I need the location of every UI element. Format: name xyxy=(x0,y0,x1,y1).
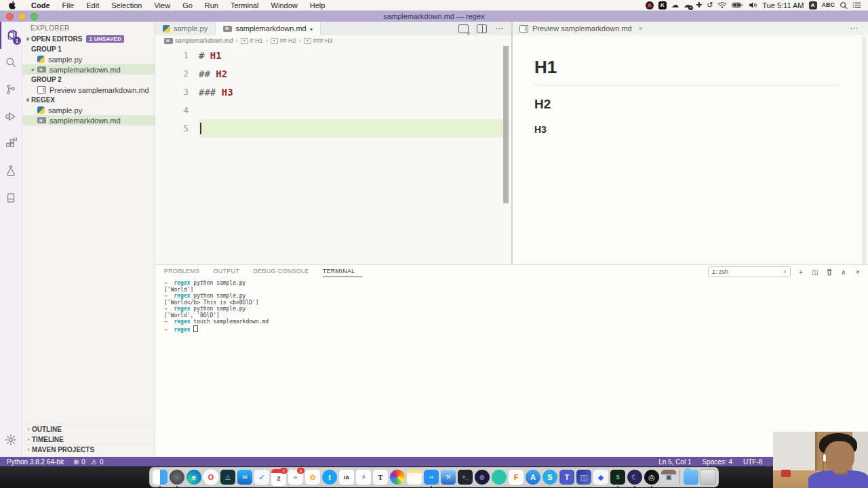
activity-extensions-button[interactable] xyxy=(0,130,22,157)
spotlight-search-icon[interactable] xyxy=(840,1,848,9)
sidebar-section-outline[interactable]: ›OUTLINE xyxy=(22,424,155,434)
obs-app-icon[interactable]: ◎ xyxy=(644,469,660,485)
breadcrumb-item[interactable]: ## H1 xyxy=(241,37,263,44)
cloud-error-icon[interactable]: ☁× xyxy=(684,1,691,9)
input-abc-label[interactable]: ABC xyxy=(822,1,835,9)
origami-app-icon[interactable]: ◆ xyxy=(593,469,609,485)
open-editor-item[interactable]: sample.py xyxy=(22,54,155,64)
tealapp-app-icon[interactable] xyxy=(491,469,507,485)
teams-app-icon[interactable]: T xyxy=(559,469,575,485)
butterfly-app-icon[interactable]: ✿ xyxy=(304,469,321,485)
activity-run-debug-button[interactable] xyxy=(0,103,22,130)
maximize-panel-icon[interactable]: ∧ xyxy=(840,268,848,276)
activity-search-button[interactable] xyxy=(0,49,22,76)
activity-test-button[interactable] xyxy=(0,157,22,184)
close-icon[interactable]: × xyxy=(639,25,643,33)
code-line[interactable]: 2## H2 xyxy=(155,64,512,83)
terminal-app-icon[interactable]: >_ xyxy=(457,469,473,485)
battery-icon[interactable] xyxy=(732,1,744,9)
breadcrumb-item[interactable]: M↓samplemarkdown.md xyxy=(164,37,233,44)
workspace-file-item[interactable]: sample.py xyxy=(22,105,155,115)
terminal-shell-select[interactable]: 1: zsh ∨ xyxy=(708,266,791,277)
code-line[interactable]: 5 xyxy=(155,119,512,138)
tab-preview-samplemarkdown[interactable]: Preview samplemarkdown.md × xyxy=(513,24,643,33)
panel-tab-problems[interactable]: PROBLEMS xyxy=(164,266,206,277)
appstore-app-icon[interactable]: A xyxy=(525,469,541,485)
menu-item-run[interactable]: Run xyxy=(199,1,224,9)
trash-app-icon[interactable] xyxy=(700,469,716,485)
notification-list-icon[interactable] xyxy=(852,1,861,9)
volume-icon[interactable] xyxy=(749,1,757,9)
minimize-window-button[interactable] xyxy=(18,13,26,20)
downloads-app-icon[interactable] xyxy=(683,469,699,485)
launchpad-app-icon[interactable] xyxy=(169,469,185,485)
more-actions-icon[interactable]: ⋯ xyxy=(495,24,504,33)
sidebar-section-timeline[interactable]: ›TIMELINE xyxy=(22,434,155,444)
new-terminal-icon[interactable]: + xyxy=(797,268,805,276)
editor-scrollbar[interactable] xyxy=(503,46,509,203)
menu-item-view[interactable]: View xyxy=(148,1,176,9)
finder-app-icon[interactable] xyxy=(152,469,168,485)
apple-menu-icon[interactable] xyxy=(8,1,16,9)
screen-recording-icon[interactable] xyxy=(646,1,654,9)
xcode-app-icon[interactable]: ⚒ xyxy=(440,469,456,485)
forklift-app-icon[interactable]: F xyxy=(508,469,524,485)
cursor-position-status[interactable]: Ln 5, Col 1 xyxy=(658,458,691,466)
terminal-output[interactable]: → regex python sample.py['World']→ regex… xyxy=(164,280,269,333)
menu-item-selection[interactable]: Selection xyxy=(105,1,148,9)
tab-sample-py[interactable]: sample.py xyxy=(155,22,216,35)
menu-item-file[interactable]: File xyxy=(56,1,81,9)
dirty-dot-icon[interactable]: ● xyxy=(310,26,313,31)
python-interpreter-status[interactable]: Python 3.8.2 64-bit xyxy=(7,458,64,466)
skype-app-icon[interactable]: S xyxy=(542,469,558,485)
tab-samplemarkdown-md[interactable]: M↓ samplemarkdown.md ● xyxy=(216,22,321,35)
code-editor[interactable]: 1# H12## H23### H345 xyxy=(155,46,512,264)
vscode-app-icon[interactable]: ‹› xyxy=(423,469,439,485)
code-line[interactable]: 3### H3 xyxy=(155,83,512,101)
insomnia-app-icon[interactable]: ⚙ xyxy=(474,469,490,485)
kill-terminal-icon[interactable] xyxy=(825,268,833,276)
iterm-app-icon[interactable]: $ xyxy=(610,469,626,485)
menu-item-code[interactable]: Code xyxy=(25,1,56,9)
panel-tab-debug-console[interactable]: DEBUG CONSOLE xyxy=(253,266,315,277)
todo-app-icon[interactable]: ✓ xyxy=(254,469,270,485)
opera-app-icon[interactable]: O xyxy=(203,469,219,485)
science-app-icon[interactable]: △ xyxy=(220,469,236,485)
code-line[interactable]: 4 xyxy=(155,101,512,119)
panel-tab-terminal[interactable]: TERMINAL xyxy=(323,265,362,277)
indentation-status[interactable]: Spaces: 4 xyxy=(703,458,732,466)
split-editor-icon[interactable] xyxy=(477,24,487,33)
cloud-sync-icon[interactable]: ☁ xyxy=(671,1,679,9)
close-panel-icon[interactable]: × xyxy=(854,268,862,276)
activity-explorer-button[interactable]: 1 xyxy=(0,22,23,49)
close-window-button[interactable] xyxy=(6,13,14,20)
breadcrumb-item[interactable]: ### H2 xyxy=(271,37,296,44)
keyboard-maestro-icon[interactable]: K xyxy=(658,1,667,9)
sidebar-section-maven-projects[interactable]: ›MAVEN PROJECTS xyxy=(22,444,155,454)
twitter-app-icon[interactable]: t xyxy=(321,469,338,485)
wifi-icon[interactable] xyxy=(717,1,727,9)
iawriter-app-icon[interactable]: iA xyxy=(338,469,355,485)
code-line[interactable]: 1# H1 xyxy=(155,46,512,64)
open-editor-item[interactable]: ●M↓samplemarkdown.md xyxy=(22,64,155,75)
window-title-bar[interactable]: samplemarkdown.md — regex xyxy=(0,10,868,22)
menu-bar-clock[interactable]: Tue 5:11 AM xyxy=(762,1,804,9)
move-tool-icon[interactable]: ✚ xyxy=(696,1,702,9)
preview-scrollbar[interactable] xyxy=(862,37,867,264)
open-preview-side-icon[interactable] xyxy=(458,24,469,33)
open-editors-header[interactable]: ∨ OPEN EDITORS 1 UNSAVED xyxy=(22,34,155,44)
activity-source-control-button[interactable] xyxy=(0,76,22,103)
time-machine-icon[interactable]: ↺ xyxy=(707,1,713,9)
input-source-icon[interactable]: A xyxy=(809,1,817,9)
moon-app-icon[interactable]: ☾ xyxy=(627,469,643,485)
screencap-app-icon[interactable]: ▣ xyxy=(660,469,677,485)
breadcrumb-item[interactable]: #### H3 xyxy=(304,37,333,44)
menu-item-terminal[interactable]: Terminal xyxy=(224,1,265,9)
activity-notebook-button[interactable] xyxy=(0,184,22,211)
notes-app-icon[interactable] xyxy=(406,469,422,485)
menu-item-window[interactable]: Window xyxy=(265,1,304,9)
panel-tab-output[interactable]: OUTPUT xyxy=(213,266,246,277)
open-editor-item[interactable]: Preview samplemarkdown.md xyxy=(22,85,155,95)
split-terminal-icon[interactable]: ◫ xyxy=(811,268,819,276)
mail-app-icon[interactable]: ✉ xyxy=(237,469,253,485)
